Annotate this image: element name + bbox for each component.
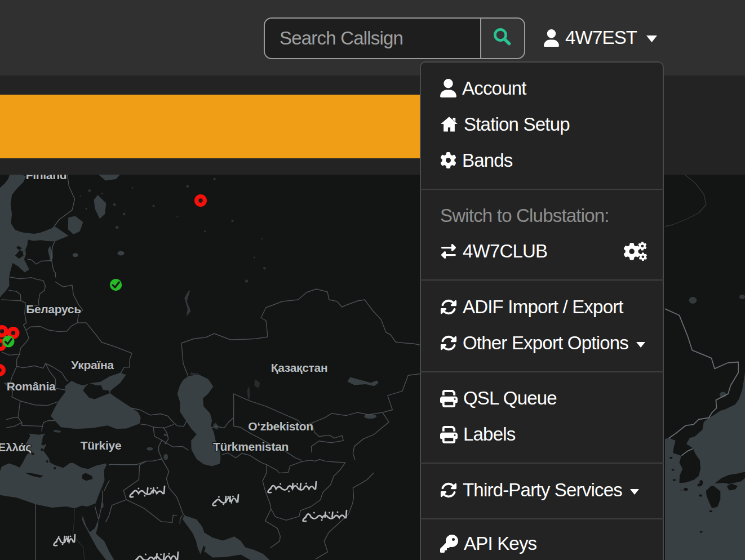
svg-text:România: România <box>7 380 56 393</box>
svg-text:Türkiye: Türkiye <box>81 439 122 452</box>
svg-text:Қазақстан: Қазақстан <box>271 361 328 374</box>
svg-text:Україна: Україна <box>71 358 114 371</box>
svg-text:Finland: Finland <box>26 175 67 181</box>
svg-text:O‘zbekiston: O‘zbekiston <box>248 420 313 433</box>
svg-text:Беларусь: Беларусь <box>26 303 81 315</box>
svg-text:Ελλάς: Ελλάς <box>0 441 32 454</box>
svg-text:Türkmenistan: Türkmenistan <box>213 440 289 453</box>
